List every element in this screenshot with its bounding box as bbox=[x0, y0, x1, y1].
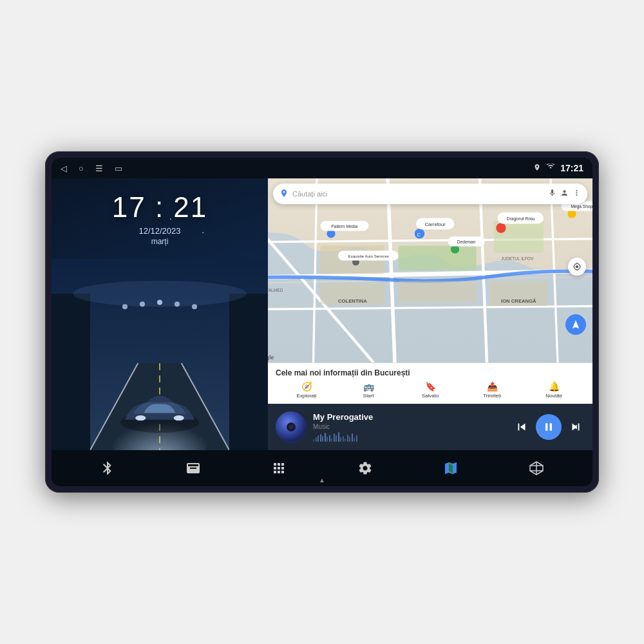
svg-point-16 bbox=[174, 415, 184, 421]
svg-rect-27 bbox=[399, 246, 477, 271]
status-bar: ◁ ○ ☰ ▭ 17:21 bbox=[52, 158, 592, 178]
menu-nav-icon[interactable]: ☰ bbox=[95, 164, 103, 173]
mic-icon[interactable] bbox=[548, 188, 556, 200]
device-frame: ◁ ○ ☰ ▭ 17:21 17 : 21 bbox=[45, 151, 599, 493]
bluetooth-nav-item[interactable] bbox=[93, 454, 122, 482]
cube-nav-item[interactable] bbox=[522, 454, 551, 482]
saved-icon: 🔖 bbox=[425, 381, 436, 392]
prev-button[interactable] bbox=[513, 418, 531, 436]
music-album-art bbox=[276, 412, 307, 442]
svg-rect-30 bbox=[399, 281, 477, 303]
right-panel: COLENTINA ION CREANGĂ JUDEȚUL ILFOV OFTA… bbox=[268, 178, 592, 450]
map-search-placeholder: Căutați aici bbox=[292, 190, 544, 198]
car-image-area bbox=[52, 259, 268, 450]
map-navigate-button[interactable] bbox=[565, 314, 586, 335]
back-nav-icon[interactable]: ◁ bbox=[61, 164, 67, 173]
svg-text:Carrefour: Carrefour bbox=[424, 222, 446, 227]
map-search-bar[interactable]: Căutați aici bbox=[273, 184, 587, 204]
svg-text:Dedeman: Dedeman bbox=[457, 240, 476, 244]
svg-text:Exquisite Auto Services: Exquisite Auto Services bbox=[348, 254, 389, 258]
location-status-icon bbox=[533, 164, 541, 173]
apps-nav-item[interactable] bbox=[265, 454, 293, 482]
music-info: My Prerogative Music bbox=[313, 412, 506, 442]
maps-logo-icon bbox=[279, 189, 289, 200]
music-controls bbox=[513, 414, 585, 440]
share-label: Trimiteți bbox=[483, 393, 501, 399]
explore-label: Explorați bbox=[296, 393, 316, 399]
radio-nav-item[interactable] bbox=[179, 454, 207, 482]
svg-text:OFTALMED: OFTALMED bbox=[268, 288, 283, 292]
waveform bbox=[313, 431, 506, 442]
saved-label: Salvato bbox=[422, 393, 439, 399]
device-screen: ◁ ○ ☰ ▭ 17:21 17 : 21 bbox=[52, 158, 592, 486]
maps-nav-tabs: 🧭 Explorați 🚌 Start 🔖 Salvato 📤 bbox=[276, 381, 585, 399]
explore-icon: 🧭 bbox=[301, 381, 312, 392]
settings-nav-item[interactable] bbox=[351, 454, 379, 482]
status-time: 17:21 bbox=[560, 163, 583, 173]
svg-point-59 bbox=[289, 425, 293, 429]
svg-point-11 bbox=[175, 301, 180, 307]
bottom-nav: ▲ bbox=[52, 450, 592, 486]
maps-info-title: Cele mai noi informații din București bbox=[276, 368, 585, 377]
next-button[interactable] bbox=[567, 418, 585, 436]
clock-area: 17 : 21 12/12/2023 marți bbox=[52, 178, 268, 259]
map-location-button[interactable] bbox=[568, 258, 586, 276]
maps-tab-news[interactable]: 🔔 Noutăți bbox=[523, 381, 585, 399]
news-icon: 🔔 bbox=[549, 381, 560, 392]
account-icon[interactable] bbox=[560, 188, 569, 200]
home-nav-icon[interactable]: ○ bbox=[79, 164, 84, 173]
svg-point-12 bbox=[192, 304, 197, 309]
news-label: Noutăți bbox=[545, 393, 562, 399]
svg-point-10 bbox=[157, 299, 162, 305]
map-search-icons bbox=[548, 188, 581, 200]
svg-point-15 bbox=[135, 415, 146, 421]
clock-day: marți bbox=[64, 237, 255, 246]
svg-rect-6 bbox=[229, 294, 268, 450]
maps-tab-saved[interactable]: 🔖 Salvato bbox=[399, 381, 461, 399]
music-player: My Prerogative Music bbox=[268, 404, 592, 450]
maps-nav-item[interactable] bbox=[437, 454, 465, 482]
left-panel: 17 : 21 12/12/2023 marți bbox=[52, 178, 268, 450]
music-title: My Prerogative bbox=[313, 412, 506, 422]
clock-date: 12/12/2023 bbox=[64, 226, 255, 236]
svg-point-9 bbox=[140, 301, 145, 307]
more-options-icon[interactable] bbox=[573, 188, 581, 200]
svg-text:C: C bbox=[417, 232, 421, 238]
svg-text:ION CREANGĂ: ION CREANGĂ bbox=[501, 298, 536, 304]
map-area[interactable]: COLENTINA ION CREANGĂ JUDEȚUL ILFOV OFTA… bbox=[268, 178, 592, 363]
share-icon: 📤 bbox=[487, 381, 498, 392]
scroll-up-arrow[interactable]: ▲ bbox=[319, 477, 325, 484]
recent-nav-icon[interactable]: ▭ bbox=[115, 164, 122, 173]
svg-text:Dragonul Roșu: Dragonul Roșu bbox=[507, 216, 535, 222]
maps-info-bar: Cele mai noi informații din București 🧭 … bbox=[268, 363, 592, 404]
music-subtitle: Music bbox=[313, 423, 506, 430]
status-bar-left: ◁ ○ ☰ ▭ bbox=[61, 164, 122, 173]
status-bar-right: 17:21 bbox=[533, 163, 583, 173]
svg-point-8 bbox=[122, 304, 128, 309]
svg-text:COLENTINA: COLENTINA bbox=[338, 298, 367, 304]
svg-rect-5 bbox=[52, 294, 90, 450]
svg-point-41 bbox=[496, 223, 506, 232]
wifi-status-icon bbox=[546, 164, 555, 173]
svg-text:Google: Google bbox=[268, 354, 274, 361]
main-content: 17 : 21 12/12/2023 marți bbox=[52, 178, 592, 450]
maps-tab-explore[interactable]: 🧭 Explorați bbox=[276, 381, 337, 399]
maps-tab-share[interactable]: 📤 Trimiteți bbox=[461, 381, 523, 399]
svg-point-60 bbox=[196, 469, 198, 471]
clock-time: 17 : 21 bbox=[64, 191, 255, 223]
svg-text:Mega Shop: Mega Shop bbox=[571, 204, 592, 209]
svg-text:Pattern Media: Pattern Media bbox=[331, 224, 357, 229]
svg-text:JUDEȚUL ILFOV: JUDEȚUL ILFOV bbox=[501, 256, 534, 261]
play-pause-button[interactable] bbox=[536, 414, 562, 440]
maps-tab-start[interactable]: 🚌 Start bbox=[337, 381, 399, 399]
start-label: Start bbox=[363, 393, 374, 399]
transit-icon: 🚌 bbox=[363, 381, 374, 392]
